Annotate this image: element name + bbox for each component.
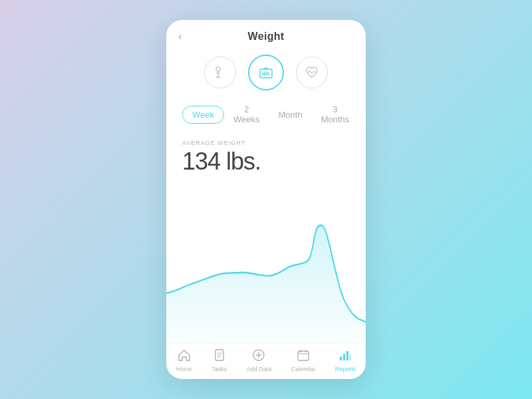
activity-icon-btn[interactable] xyxy=(204,57,236,88)
tasks-icon xyxy=(213,348,226,364)
stats-section: AVERAGE WEIGHT 134 lbs. xyxy=(166,133,366,178)
svg-rect-24 xyxy=(346,351,348,360)
time-range-tabs: Week 2 Weeks Month 3 Months xyxy=(166,98,366,133)
nav-add-data-label: Add Data xyxy=(247,366,272,372)
nav-home[interactable]: Home xyxy=(176,348,192,372)
nav-tasks[interactable]: Tasks xyxy=(211,348,227,372)
nav-home-label: Home xyxy=(176,366,192,372)
add-data-icon xyxy=(252,348,265,364)
svg-rect-22 xyxy=(340,356,342,360)
tab-month[interactable]: Month xyxy=(269,106,312,123)
nav-calendar-label: Calendar xyxy=(291,366,316,372)
header: ‹ Weight xyxy=(166,20,366,49)
nav-tasks-label: Tasks xyxy=(211,366,227,372)
avg-weight-label: AVERAGE WEIGHT xyxy=(182,140,350,146)
svg-rect-23 xyxy=(343,354,345,360)
svg-rect-25 xyxy=(350,354,350,360)
nav-add-data[interactable]: Add Data xyxy=(247,348,272,372)
weight-icon-btn[interactable] xyxy=(248,55,284,90)
tab-3months[interactable]: 3 Months xyxy=(312,101,359,128)
home-icon xyxy=(178,348,191,364)
page-title: Weight xyxy=(248,31,285,43)
bottom-navigation: Home Tasks Add Data xyxy=(166,342,366,379)
calendar-icon xyxy=(297,348,310,364)
svg-line-4 xyxy=(218,76,220,78)
nav-reports-label: Reports xyxy=(335,366,356,372)
back-button[interactable]: ‹ xyxy=(178,31,182,43)
svg-point-0 xyxy=(216,67,220,71)
svg-rect-18 xyxy=(298,351,309,360)
category-icon-row xyxy=(166,49,366,98)
weight-chart xyxy=(166,178,366,342)
reports-icon xyxy=(338,348,352,364)
phone-card: ‹ Weight xyxy=(166,20,366,379)
tab-week[interactable]: Week xyxy=(182,106,224,124)
heart-rate-icon-btn[interactable] xyxy=(296,57,328,88)
nav-calendar[interactable]: Calendar xyxy=(291,348,316,372)
avg-weight-value: 134 lbs. xyxy=(182,148,350,176)
nav-reports[interactable]: Reports xyxy=(335,348,356,372)
tab-2weeks[interactable]: 2 Weeks xyxy=(224,101,269,128)
